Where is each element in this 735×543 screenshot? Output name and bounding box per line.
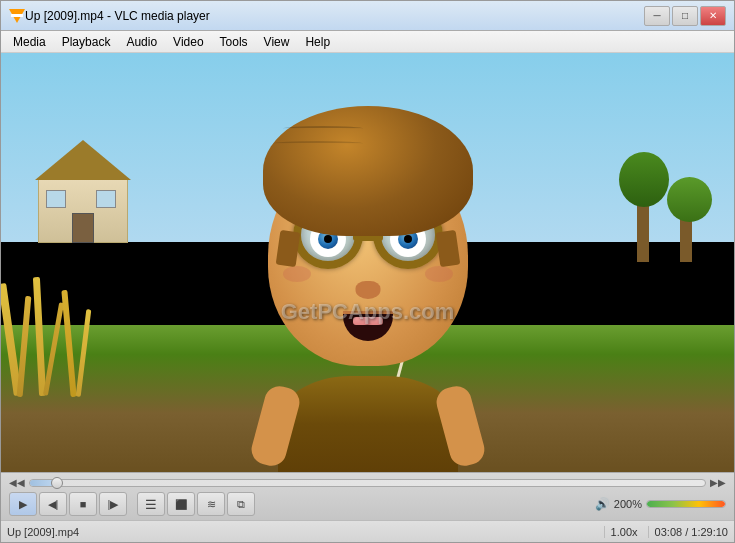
seek-end-icon: ▶▶ — [710, 477, 726, 488]
title-bar: Up [2009].mp4 - VLC media player ─ □ ✕ — [1, 1, 734, 31]
menu-media[interactable]: Media — [5, 33, 54, 51]
volume-bar[interactable] — [646, 500, 726, 508]
menu-video[interactable]: Video — [165, 33, 211, 51]
next-chapter-icon: |▶ — [108, 498, 119, 511]
menu-playback[interactable]: Playback — [54, 33, 119, 51]
effects-button[interactable]: ⧉ — [227, 492, 255, 516]
stop-icon: ■ — [80, 498, 87, 510]
effects-icon: ⧉ — [237, 498, 245, 511]
seek-bar[interactable] — [29, 479, 706, 487]
house-1 — [38, 143, 118, 233]
character-helmet — [263, 106, 473, 236]
status-bar: Up [2009].mp4 1.00x 03:08 / 1:29:10 — [1, 520, 734, 542]
menu-help[interactable]: Help — [297, 33, 338, 51]
scene-trees — [637, 74, 697, 263]
menu-view[interactable]: View — [256, 33, 298, 51]
equalizer-button[interactable]: ≋ — [197, 492, 225, 516]
settings-icon: ⬛ — [175, 499, 187, 510]
character-body — [278, 376, 458, 472]
time-badge: 03:08 / 1:29:10 — [648, 526, 728, 538]
volume-percent: 200% — [614, 498, 642, 510]
menu-bar: Media Playback Audio Video Tools View He… — [1, 31, 734, 53]
buttons-row: ▶ ◀| ■ |▶ ☰ ⬛ — [9, 492, 726, 516]
seek-thumb — [51, 477, 63, 489]
app-icon — [9, 8, 25, 24]
maximize-button[interactable]: □ — [672, 6, 698, 26]
playlist-icon: ☰ — [145, 497, 157, 512]
extended-settings-button[interactable]: ⬛ — [167, 492, 195, 516]
minimize-button[interactable]: ─ — [644, 6, 670, 26]
toggle-playlist-button[interactable]: ☰ — [137, 492, 165, 516]
speed-badge: 1.00x — [604, 526, 644, 538]
character-arm-right — [433, 383, 488, 469]
eye-pupil-left — [324, 235, 332, 243]
stop-button[interactable]: ■ — [69, 492, 97, 516]
helmet-strap-left — [275, 230, 300, 267]
helmet-strap-right — [435, 230, 460, 267]
play-button[interactable]: ▶ — [9, 492, 37, 516]
window-controls: ─ □ ✕ — [644, 6, 726, 26]
controls-area: ◀◀ ▶▶ ▶ ◀| ■ |▶ — [1, 472, 734, 520]
volume-fill — [647, 501, 725, 507]
seek-bar-row: ◀◀ ▶▶ — [9, 477, 726, 488]
app-window: Up [2009].mp4 - VLC media player ─ □ ✕ M… — [0, 0, 735, 543]
filename-status: Up [2009].mp4 — [7, 526, 600, 538]
volume-section: 🔊 200% — [595, 497, 726, 511]
window-title: Up [2009].mp4 - VLC media player — [25, 9, 644, 23]
next-chapter-button[interactable]: |▶ — [99, 492, 127, 516]
character-russell — [228, 116, 508, 472]
eye-pupil-right — [404, 235, 412, 243]
video-area[interactable]: GetPCApps.com — [1, 53, 734, 472]
menu-audio[interactable]: Audio — [118, 33, 165, 51]
prev-chapter-button[interactable]: ◀| — [39, 492, 67, 516]
character-nose — [355, 281, 380, 299]
play-icon: ▶ — [19, 498, 27, 511]
scene-dry-grass-left — [1, 271, 111, 397]
character-arm-left — [248, 383, 303, 469]
equalizer-icon: ≋ — [207, 498, 216, 511]
menu-tools[interactable]: Tools — [212, 33, 256, 51]
prev-chapter-icon: ◀| — [48, 498, 59, 511]
character-mouth — [343, 311, 393, 341]
video-canvas: GetPCApps.com — [1, 53, 734, 472]
scene-houses — [38, 87, 221, 234]
volume-icon[interactable]: 🔊 — [595, 497, 610, 511]
close-button[interactable]: ✕ — [700, 6, 726, 26]
seek-start-icon: ◀◀ — [9, 477, 25, 488]
